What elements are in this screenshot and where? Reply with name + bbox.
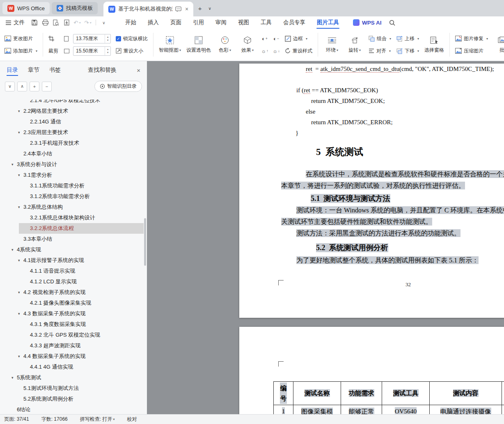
file-menu-button[interactable]: 文件: [0, 16, 30, 29]
toc-collapse-arrow-icon[interactable]: ▾: [18, 205, 20, 209]
paragraph-line[interactable]: 本章节，将进行一系列的测试试验，对系统的执行性进行评估。: [281, 182, 465, 190]
reset-size-button[interactable]: 重设大小: [114, 46, 150, 56]
sidebar-tab-1[interactable]: 章节: [28, 61, 39, 79]
size-input-2[interactable]: 15.50厘米 ▴▾: [73, 46, 111, 56]
new-tab-button[interactable]: +: [195, 3, 205, 13]
table-cell[interactable]: 图像采集模: [293, 405, 341, 415]
toc-item[interactable]: 4.1.2 LCD 显示实现: [0, 276, 144, 287]
compress-picture-button[interactable]: 压缩图片: [453, 46, 490, 56]
toc-collapse-arrow-icon[interactable]: ▾: [18, 109, 20, 113]
menu-item-5[interactable]: 视图: [232, 16, 255, 29]
toc-item[interactable]: 4.1.1 语音提示实现: [0, 266, 144, 276]
toc-item[interactable]: ▾2.2网络层主要技术: [0, 106, 144, 116]
paragraph-line[interactable]: 在系统设计中，系统测试是检查系统软件和硬件标准是否合格的一个关键: [306, 170, 504, 179]
stepper[interactable]: ▴▾: [105, 34, 110, 43]
search-icon[interactable]: [389, 20, 395, 26]
collapse-all-button[interactable]: ∨: [5, 82, 15, 91]
menu-item-1[interactable]: 插入: [142, 16, 165, 29]
toc-item[interactable]: ▾4.1提示报警子系统的实现: [0, 255, 144, 266]
group-button[interactable]: 组合 ▾: [367, 33, 393, 44]
toc-item[interactable]: ▾2.3应用层主要技术: [0, 127, 144, 138]
test-case-table[interactable]: 编号测试名称功能需求测试工具测试内容1图像采集模能够正常OV5640电脑通过连接…: [273, 381, 504, 414]
rotate-button[interactable]: 旋转▾: [344, 31, 365, 58]
document-page-2[interactable]: 编号测试名称功能需求测试工具测试内容1图像采集模能够正常OV5640电脑通过连接…: [239, 327, 504, 414]
picture-repair-button[interactable]: 图片修复 ▾: [453, 33, 490, 44]
align-button[interactable]: 对齐 ▾: [367, 46, 393, 56]
stretch-mode-button[interactable]: [62, 33, 71, 44]
table-header-cell[interactable]: 功能需求: [341, 382, 382, 405]
toc-collapse-arrow-icon[interactable]: ▾: [18, 312, 20, 316]
set-transparent-button[interactable]: 设置透明色: [184, 31, 213, 58]
toc-collapse-arrow-icon[interactable]: ▾: [18, 258, 20, 262]
add-picture-button[interactable]: 添加图片 ▾: [2, 46, 39, 56]
collapse-level-button[interactable]: −: [42, 82, 52, 91]
paragraph-line[interactable]: 关测试环节主要包括硬件性能测试和软件功能测试。: [281, 218, 432, 226]
brightness-up-icon[interactable]: ☼↑: [259, 45, 270, 57]
toc-collapse-arrow-icon[interactable]: ▾: [11, 376, 14, 380]
wps-ai-button[interactable]: WPS AI: [353, 19, 382, 26]
toc-item[interactable]: 5.2系统测试用例分析: [0, 394, 144, 404]
toc-item[interactable]: ▾3系统分析与设计: [0, 159, 144, 170]
toc-item[interactable]: ▾4.2 视觉检测子系统的实现: [0, 287, 144, 298]
toc-item[interactable]: ▾4.4 数据采集子系统的实现: [0, 351, 144, 362]
toc-item[interactable]: 4.4.1 4G 通信实现: [0, 362, 144, 372]
tab-document-active[interactable]: W 基于北斗和机器视觉的汽车内 ×: [103, 2, 193, 16]
contrast-down-icon[interactable]: ◐−: [271, 33, 282, 44]
menu-item-8-active[interactable]: 图片工具: [311, 16, 345, 29]
toc-item[interactable]: 2.3.1手机端开发技术: [0, 138, 144, 148]
toc-item[interactable]: ▾4.3 数据采集子系统的实现: [0, 308, 144, 319]
bring-forward-button[interactable]: 上移 ▾: [394, 33, 421, 44]
table-cell[interactable]: 1: [274, 405, 293, 415]
toc-item[interactable]: 3.2.1系统总体模块架构设计: [0, 212, 144, 223]
document-canvas[interactable]: ret = atk_idm750c_send_cmd_to_dtu(cmd, "…: [147, 61, 504, 414]
change-picture-button[interactable]: 更改图片: [2, 33, 39, 44]
toc-item[interactable]: 3.1.2系统非功能需求分析: [0, 191, 144, 202]
table-header-cell[interactable]: 测试内容: [430, 382, 502, 405]
menu-item-2[interactable]: 页面: [165, 16, 187, 29]
code-line[interactable]: return ATK_IDM750C_EOK;: [311, 98, 385, 105]
redo-button[interactable]: ↷▾: [83, 18, 93, 27]
code-line[interactable]: if (ret == ATK_IDM750C_EOK): [296, 87, 378, 94]
sidebar-scrollbar[interactable]: [144, 218, 146, 266]
comment-bubble-icon[interactable]: [175, 7, 181, 12]
paragraph-line[interactable]: 为了更好地测试整个系统，具体的测试用例表如下表 5.1 所示：: [296, 256, 479, 265]
effects-button[interactable]: 效果▾: [237, 31, 258, 58]
toc-item[interactable]: 4.2.1 摄像头图像采集实现: [0, 298, 144, 308]
toc-collapse-arrow-icon[interactable]: ▾: [18, 354, 20, 358]
export-pdf-button[interactable]: [62, 18, 71, 27]
toc-item[interactable]: 3.1.1系统功能需求分析: [0, 180, 144, 191]
toc-item[interactable]: 2.2.14G 通信: [0, 116, 144, 127]
smart-recognize-toc-button[interactable]: 智能识别目录: [94, 81, 142, 92]
table-cell[interactable]: 能够正常: [341, 405, 382, 415]
menu-item-3[interactable]: 引用: [187, 16, 210, 29]
toc-item[interactable]: ▾4系统实现: [0, 244, 144, 255]
spellcheck-status[interactable]: 拼写检查: 打开▾: [80, 416, 115, 423]
tab-list-chevron-icon[interactable]: ∨: [205, 3, 215, 13]
tab-template-store[interactable]: 找稿壳模板: [52, 2, 98, 14]
expand-level-button[interactable]: +: [30, 82, 39, 91]
toc-collapse-arrow-icon[interactable]: ▾: [11, 248, 14, 252]
heading-chapter-5[interactable]: 5 系统测试: [316, 146, 363, 158]
crop-label-button[interactable]: 裁剪: [46, 46, 60, 56]
table-cell[interactable]: OV5640: [382, 405, 430, 415]
menu-item-6[interactable]: 工具: [255, 16, 277, 29]
menu-item-4[interactable]: 审阅: [210, 16, 232, 29]
page-indicator[interactable]: 页面: 37/41: [4, 416, 29, 423]
heading-5-2[interactable]: 5.2 系统测试用例分析: [316, 243, 388, 253]
table-cell[interactable]: 电脑通过连接摄像: [430, 405, 502, 415]
code-line[interactable]: }: [296, 130, 298, 137]
toc-item[interactable]: 3.2.2系统总体流程: [0, 223, 144, 234]
toc-item[interactable]: 2.4本章小结: [0, 148, 144, 159]
sidebar-tab-0[interactable]: 目录: [7, 61, 18, 79]
table-header-cell[interactable]: 编号: [274, 382, 293, 405]
toc-collapse-arrow-icon[interactable]: ▾: [18, 130, 20, 134]
fill-mode-button[interactable]: [62, 46, 71, 56]
sidebar-tab-3[interactable]: 查找和替换: [88, 61, 117, 79]
menu-item-7[interactable]: 会员专享: [277, 16, 311, 29]
expand-all-button[interactable]: ∧: [17, 82, 27, 91]
selection-pane-button[interactable]: 选择窗格: [422, 31, 446, 58]
close-sidebar-icon[interactable]: ×: [137, 67, 140, 74]
toc-item[interactable]: 2.1.4 北斗/GPS 双模定位技术: [0, 100, 144, 106]
toc-item[interactable]: ▾3.2系统总体结构: [0, 202, 144, 212]
toc-collapse-arrow-icon[interactable]: ▾: [18, 290, 20, 294]
